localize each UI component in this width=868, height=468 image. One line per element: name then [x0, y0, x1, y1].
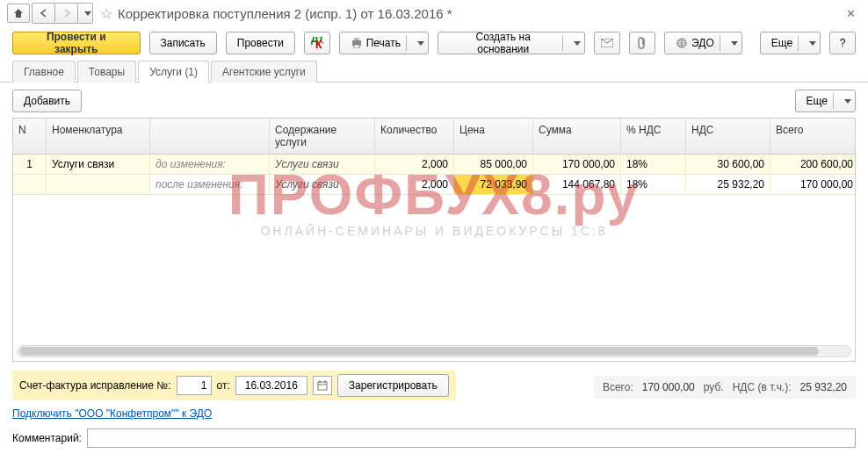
forward-button[interactable]: [55, 4, 78, 23]
svg-rect-4: [354, 45, 359, 48]
grid-header: N Номенклатура Содержание услуги Количес…: [13, 119, 855, 155]
comment-row: Комментарий:: [0, 425, 868, 451]
post-and-close-button[interactable]: Провести и закрыть: [12, 32, 141, 54]
totals-bar: Всего: 170 000,00 руб. НДС (в т.ч.): 25 …: [594, 376, 856, 399]
create-based-on-button[interactable]: Создать на основании: [438, 32, 585, 54]
svg-text:Кт: Кт: [315, 39, 323, 49]
grid-toolbar: Добавить Еще: [12, 90, 856, 112]
grid-more-button[interactable]: Еще: [795, 90, 856, 112]
titlebar: ☆ Корректировка поступления 2 (испр. 1) …: [0, 0, 868, 26]
tab-main[interactable]: Главное: [12, 61, 76, 83]
svg-rect-7: [318, 382, 327, 390]
mail-icon: [601, 39, 613, 47]
table-row[interactable]: после изменения: Услуги связи 2,000 72 0…: [13, 175, 855, 195]
edo-button[interactable]: ЭДО: [664, 32, 742, 54]
favorite-star-icon[interactable]: ☆: [100, 5, 112, 22]
calendar-button[interactable]: [313, 376, 332, 395]
calendar-icon: [317, 380, 328, 391]
invoice-correction-bar: Счет-фактура исправление №: от: Зарегист…: [12, 371, 456, 400]
add-row-button[interactable]: Добавить: [12, 90, 82, 112]
back-button[interactable]: [33, 4, 55, 23]
page-title: Корректировка поступления 2 (испр. 1) от…: [118, 6, 452, 21]
edited-price-cell[interactable]: 72 033,90: [454, 175, 533, 194]
post-button[interactable]: Провести: [226, 32, 295, 54]
total-amount: 170 000,00: [642, 381, 695, 393]
home-button[interactable]: [7, 4, 30, 23]
invoice-date-input[interactable]: [235, 376, 307, 395]
mail-button[interactable]: [594, 32, 620, 54]
svg-rect-3: [354, 38, 359, 40]
attach-button[interactable]: [629, 32, 655, 54]
tab-goods[interactable]: Товары: [77, 61, 136, 83]
invoice-label: Счет-фактура исправление №:: [19, 379, 171, 392]
close-button[interactable]: ✕: [841, 5, 861, 22]
nav-dropdown[interactable]: [78, 4, 92, 23]
more-button[interactable]: Еще: [760, 32, 821, 54]
tab-agent-services[interactable]: Агентские услуги: [211, 61, 317, 83]
printer-icon: [351, 38, 363, 48]
paperclip-icon: [638, 37, 647, 49]
services-grid[interactable]: N Номенклатура Содержание услуги Количес…: [12, 118, 856, 362]
table-row[interactable]: 1 Услуги связи до изменения: Услуги связ…: [13, 155, 855, 175]
dt-kt-button[interactable]: ДтКт: [304, 32, 330, 54]
comment-input[interactable]: [87, 428, 856, 448]
tabs: Главное Товары Услуги (1) Агентские услу…: [0, 60, 868, 83]
horizontal-scrollbar[interactable]: [17, 345, 851, 357]
main-toolbar: Провести и закрыть Записать Провести ДтК…: [0, 26, 868, 60]
tab-services[interactable]: Услуги (1): [138, 61, 209, 83]
globe-icon: [676, 38, 688, 48]
scroll-thumb[interactable]: [19, 347, 819, 356]
total-vat: 25 932,20: [800, 381, 847, 393]
help-button[interactable]: ?: [829, 32, 856, 54]
register-invoice-button[interactable]: Зарегистрировать: [337, 374, 449, 397]
connect-edo-link[interactable]: Подключить "ООО "Конфетпром"" к ЭДО: [0, 406, 224, 421]
nav-back-forward: [32, 3, 93, 24]
invoice-number-input[interactable]: [177, 376, 212, 395]
comment-label: Комментарий:: [12, 432, 82, 444]
save-button[interactable]: Записать: [149, 32, 217, 54]
print-button[interactable]: Печать: [339, 32, 429, 54]
